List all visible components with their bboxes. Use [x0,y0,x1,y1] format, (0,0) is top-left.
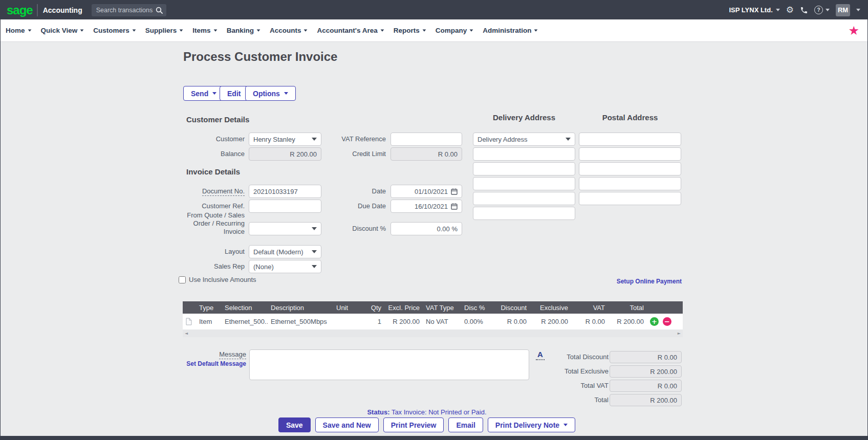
postal-address-line-4-input[interactable] [583,180,677,188]
cell-type[interactable]: Item [196,314,222,329]
cell-discount[interactable]: R 0.00 [493,314,530,329]
search-icon[interactable] [156,7,163,14]
nav-item-reports[interactable]: Reports [394,27,426,34]
sales-rep-label: Sales Rep [173,260,245,273]
print-preview-button[interactable]: Print Preview [383,417,444,432]
table-row[interactable]: Item Ethernet_500... Ethernet_500Mbps 1 … [183,314,683,329]
postal-address-line-5-input[interactable] [583,195,677,203]
setup-online-payment-link[interactable]: Setup Online Payment [528,278,682,285]
delivery-address-line-1-input[interactable] [478,150,571,158]
scroll-right-icon[interactable]: ► [678,331,681,336]
cell-excl-price[interactable]: R 200.00 [384,314,423,329]
favorite-star-icon[interactable]: ★ [848,25,859,37]
nav-item-quick-view[interactable]: Quick View [41,27,84,34]
set-default-message-link[interactable]: Set Default Message [174,360,246,367]
cell-vat-type[interactable]: No VAT [423,314,461,329]
due-date-input[interactable]: 16/10/2021 [390,200,462,213]
postal-address-line-4[interactable] [579,177,681,190]
help-menu[interactable]: ? [814,6,830,14]
cell-total[interactable]: R 200.00 [608,314,647,329]
column-header-excl-price: Excl. Price [384,301,423,314]
postal-address-line-2[interactable] [579,147,681,161]
options-button[interactable]: Options [245,86,296,101]
sales-rep-select[interactable]: (None) [249,260,321,273]
cell-disc-pct[interactable]: 0.00% [461,314,493,329]
cell-description[interactable]: Ethernet_500Mbps [268,314,333,329]
print-delivery-note-button[interactable]: Print Delivery Note [488,417,575,432]
layout-select[interactable]: Default (Modern) [249,245,321,258]
nav-item-administration[interactable]: Administration [483,27,538,34]
delivery-address-line-2-input[interactable] [478,165,571,173]
phone-icon[interactable] [800,6,808,14]
cell-qty[interactable]: 1 [364,314,384,329]
calendar-icon[interactable] [451,188,458,195]
delivery-address-line-5-input[interactable] [478,210,571,217]
company-name: ISP LYNX Ltd. [729,6,773,14]
nav-item-accounts[interactable]: Accounts [270,27,308,34]
cell-exclusive[interactable]: R 200.00 [530,314,571,329]
nav-item-items[interactable]: Items [192,27,217,34]
nav-item-banking[interactable]: Banking [227,27,261,34]
delivery-address-line-4-input[interactable] [478,195,571,203]
cell-vat[interactable]: R 0.00 [571,314,608,329]
edit-button[interactable]: Edit [220,86,248,101]
save-button[interactable]: Save [278,417,311,432]
company-selector[interactable]: ISP LYNX Ltd. [729,6,780,14]
nav-item-home[interactable]: Home [6,27,32,34]
delivery-address-line-5[interactable] [473,207,575,220]
document-no-field[interactable] [249,185,321,198]
save-and-new-button[interactable]: Save and New [315,417,379,432]
delivery-address-line-1[interactable] [473,147,575,161]
nav-item-company[interactable]: Company [436,27,474,34]
delivery-address-line-3[interactable] [473,177,575,190]
message-textarea[interactable] [249,349,529,380]
customer-select[interactable]: Henry Stanley [249,133,321,146]
date-input[interactable]: 01/10/2021 [390,185,462,198]
email-button[interactable]: Email [448,417,483,432]
remove-line-button[interactable]: − [663,317,671,326]
cell-selection[interactable]: Ethernet_500... [222,314,268,329]
chevron-down-icon [380,29,384,31]
postal-address-heading: Postal Address [579,113,681,122]
postal-address-line-1[interactable] [579,133,681,146]
use-inclusive-checkbox-input[interactable] [179,276,186,283]
scroll-left-icon[interactable]: ◄ [185,331,188,336]
chevron-down-icon [213,29,217,31]
from-quote-select[interactable] [249,222,321,235]
search-box[interactable] [92,4,166,16]
sage-logo[interactable]: sage [7,3,33,17]
search-input[interactable] [95,6,156,14]
calendar-icon[interactable] [451,203,458,210]
table-hscrollbar[interactable]: ◄ ► [183,329,683,337]
customer-ref-input[interactable] [253,203,317,210]
postal-address-line-1-input[interactable] [583,136,677,143]
customer-ref-field[interactable] [249,200,321,213]
postal-address-line-5[interactable] [579,192,681,205]
delivery-address-type-select[interactable]: Delivery Address [473,133,575,146]
cell-unit[interactable] [333,314,364,329]
delivery-address-line-4[interactable] [473,192,575,205]
vat-reference-input[interactable] [395,136,458,143]
document-no-input[interactable] [253,188,317,195]
nav-item-suppliers[interactable]: Suppliers [145,27,184,34]
nav-item-customers[interactable]: Customers [93,27,136,34]
discount-field[interactable]: 0.00 % [390,222,462,235]
vat-reference-field[interactable] [390,133,462,146]
send-button[interactable]: Send [183,86,224,101]
chevron-down-icon [180,29,183,31]
nav-item-accountants-area[interactable]: Accountant's Area [317,27,384,34]
delivery-address-line-2[interactable] [473,162,575,175]
delivery-address-heading: Delivery Address [473,113,575,122]
gear-icon[interactable]: ⚙ [786,6,794,14]
help-icon: ? [814,6,823,14]
postal-address-line-3[interactable] [579,162,681,175]
user-avatar[interactable]: RM [836,4,850,16]
use-inclusive-checkbox[interactable]: Use Inclusive Amounts [179,276,256,283]
postal-address-line-3-input[interactable] [583,165,677,173]
add-line-button[interactable]: + [650,317,659,326]
user-menu-caret[interactable] [856,9,860,11]
delivery-address-line-3-input[interactable] [478,180,571,188]
column-header-type: Type [196,301,222,314]
layout-label: Layout [173,245,245,258]
postal-address-line-2-input[interactable] [583,150,677,158]
